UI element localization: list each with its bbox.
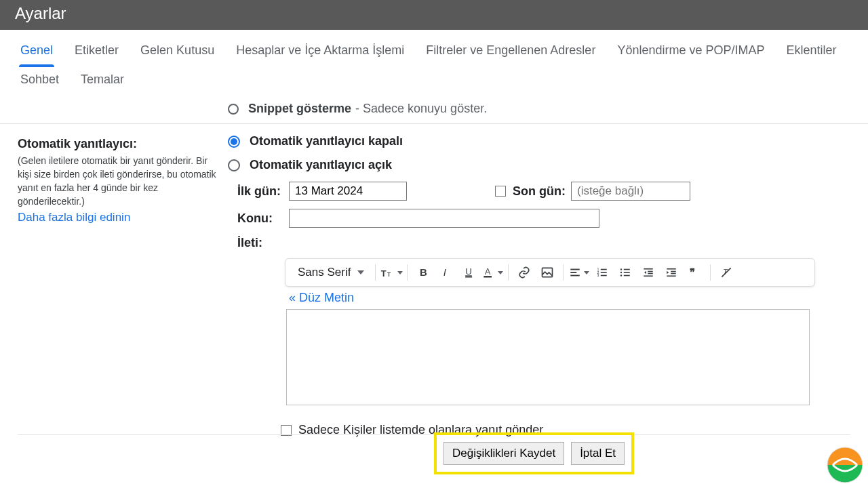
svg-text:3: 3: [597, 273, 599, 277]
autoresponder-off-radio[interactable]: [228, 136, 240, 148]
autoresponder-off-row[interactable]: Otomatik yanıtlayıcı kapalı: [228, 134, 850, 148]
snippet-hide-note: - Sadece konuyu göster.: [355, 102, 487, 116]
chevron-down-icon: [357, 270, 364, 274]
toolbar-divider: [407, 264, 408, 281]
chevron-down-icon: [584, 271, 589, 274]
text-color-button[interactable]: A: [481, 261, 504, 284]
italic-button[interactable]: I: [435, 261, 458, 284]
tab-labels[interactable]: Etiketler: [66, 38, 127, 67]
tab-forwarding[interactable]: Yönlendirme ve POP/IMAP: [609, 38, 772, 67]
footer-button-group: Değişiklikleri Kaydet İptal Et: [434, 432, 634, 474]
font-select[interactable]: Sans Serif: [291, 259, 371, 286]
toolbar-divider: [508, 264, 509, 281]
snippet-hide-label: Snippet gösterme: [248, 102, 351, 116]
toolbar-divider: [563, 264, 564, 281]
quote-button[interactable]: ❞: [683, 261, 706, 284]
plain-text-link[interactable]: « Düz Metin: [289, 291, 850, 305]
tab-general[interactable]: Genel: [12, 38, 61, 67]
cancel-button[interactable]: İptal Et: [571, 442, 625, 465]
last-day-label: Son gün:: [513, 184, 566, 199]
snippet-hide-radio[interactable]: [228, 104, 239, 115]
autoresponder-title: Otomatik yanıtlayıcı:: [18, 137, 221, 151]
autoresponder-options: Otomatik yanıtlayıcı kapalı Otomatik yan…: [228, 134, 850, 437]
message-row: İleti:: [237, 236, 850, 250]
save-button[interactable]: Değişiklikleri Kaydet: [443, 442, 564, 465]
svg-text:T: T: [387, 272, 391, 278]
svg-text:❞: ❞: [690, 266, 695, 278]
chevron-down-icon: [498, 271, 503, 274]
autoresponder-note: (Gelen iletilere otomatik bir yanıt gönd…: [18, 154, 221, 208]
link-button[interactable]: [513, 261, 536, 284]
autoresponder-on-label: Otomatik yanıtlayıcı açık: [250, 158, 392, 172]
underline-button[interactable]: U: [458, 261, 481, 284]
snippet-option-row: Snippet gösterme - Sadece konuyu göster.: [228, 102, 487, 116]
indent-button[interactable]: [660, 261, 683, 284]
ordered-list-button[interactable]: 123: [591, 261, 614, 284]
tab-filters[interactable]: Filtreler ve Engellenen Adresler: [418, 38, 604, 67]
align-button[interactable]: [568, 261, 591, 284]
editor-toolbar: Sans Serif TT B I U A 123 ❞ T: [285, 258, 815, 287]
svg-text:T: T: [381, 268, 387, 279]
settings-tabs: Genel Etiketler Gelen Kutusu Hesaplar ve…: [0, 30, 868, 96]
page-header: Ayarlar: [0, 0, 868, 30]
clear-format-button[interactable]: T: [715, 261, 738, 284]
chevron-down-icon: [397, 271, 403, 274]
first-day-label: İlk gün:: [237, 184, 289, 199]
first-day-row: İlk gün: Son gün:: [237, 182, 850, 201]
message-editor[interactable]: [286, 309, 810, 405]
svg-text:B: B: [420, 266, 427, 278]
font-size-button[interactable]: TT: [380, 261, 403, 284]
tab-chat[interactable]: Sohbet: [12, 67, 67, 96]
svg-text:U: U: [466, 266, 473, 277]
toolbar-divider: [710, 264, 711, 281]
toolbar-divider: [375, 264, 376, 281]
outdent-button[interactable]: [637, 261, 660, 284]
section-divider: [0, 123, 868, 124]
bold-button[interactable]: B: [412, 261, 435, 284]
tab-accounts[interactable]: Hesaplar ve İçe Aktarma İşlemi: [228, 38, 412, 67]
svg-text:I: I: [443, 266, 446, 278]
bullet-list-button[interactable]: [614, 261, 637, 284]
page-title: Ayarlar: [15, 4, 66, 23]
first-day-input[interactable]: [289, 182, 407, 201]
subject-row: Konu:: [237, 209, 850, 228]
learn-more-link[interactable]: Daha fazla bilgi edinin: [18, 211, 130, 224]
svg-rect-7: [484, 276, 492, 278]
last-day-input[interactable]: [571, 182, 690, 201]
image-button[interactable]: [536, 261, 559, 284]
tab-addons[interactable]: Eklentiler: [778, 38, 844, 67]
font-name: Sans Serif: [298, 266, 351, 279]
svg-point-21: [620, 268, 622, 270]
tab-inbox[interactable]: Gelen Kutusu: [132, 38, 222, 67]
svg-marker-28: [644, 271, 646, 274]
settings-content: Snippet gösterme - Sadece konuyu göster.…: [0, 96, 868, 487]
subject-input[interactable]: [289, 209, 599, 228]
svg-point-22: [620, 272, 622, 273]
last-day-wrap: Son gün:: [495, 182, 690, 201]
last-day-checkbox[interactable]: [495, 186, 506, 197]
autoresponder-on-row[interactable]: Otomatik yanıtlayıcı açık: [228, 158, 850, 172]
tab-themes[interactable]: Temalar: [73, 67, 132, 96]
svg-marker-33: [667, 271, 669, 274]
svg-text:A: A: [485, 267, 491, 277]
watermark-logo: [826, 446, 864, 484]
autoresponder-section-heading: Otomatik yanıtlayıcı: (Gelen iletilere o…: [18, 137, 221, 224]
svg-point-23: [620, 274, 622, 276]
message-label: İleti:: [237, 236, 289, 250]
subject-label: Konu:: [237, 211, 289, 226]
autoresponder-off-label: Otomatik yanıtlayıcı kapalı: [250, 134, 403, 148]
autoresponder-on-radio[interactable]: [228, 159, 240, 171]
